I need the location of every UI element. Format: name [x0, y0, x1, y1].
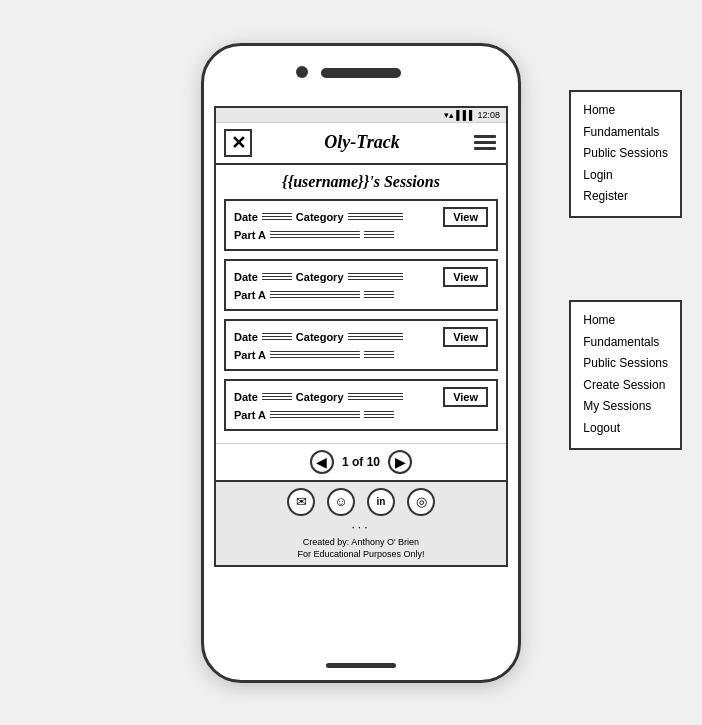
session-row-4-top: Date Category View: [234, 387, 488, 407]
linkedin-icon[interactable]: in: [367, 488, 395, 516]
menu-public-sessions-loggedout[interactable]: Public Sessions: [583, 143, 668, 165]
session-row-1-top: Date Category View: [234, 207, 488, 227]
footer-credit: Created by: Anthony O' Brien For Educati…: [220, 536, 502, 561]
phone-frame: ▾▴ ▌▌▌ 12:08 ✕ Oly-Track {{username}}'s …: [201, 43, 521, 683]
logged-out-menu: Home Fundamentals Public Sessions Login …: [569, 90, 682, 218]
category-label-4: Category: [296, 391, 344, 403]
session-1-part: Part A: [234, 229, 488, 241]
menu-logout[interactable]: Logout: [583, 418, 668, 440]
date-scribble-3: [262, 332, 292, 342]
facebook-icon[interactable]: ☺: [327, 488, 355, 516]
pagination: ◀ 1 of 10 ▶: [216, 443, 506, 480]
phone-camera: [296, 66, 308, 78]
date-label-3: Date: [234, 331, 258, 343]
part-label-3: Part A: [234, 349, 266, 361]
date-scribble-2: [262, 272, 292, 282]
part-label-2: Part A: [234, 289, 266, 301]
session-row-1-bottom: Part A: [234, 229, 488, 241]
instagram-icon[interactable]: ◎: [407, 488, 435, 516]
menu-home-loggedout[interactable]: Home: [583, 100, 668, 122]
session-4-date-category: Date Category: [234, 391, 443, 403]
email-icon[interactable]: ✉: [287, 488, 315, 516]
hamburger-menu-button[interactable]: [472, 133, 498, 152]
current-page: 1: [342, 455, 349, 469]
page-separator: of: [352, 455, 363, 469]
menu-fundamentals-loggedout[interactable]: Fundamentals: [583, 122, 668, 144]
session-1-date-category: Date Category: [234, 211, 443, 223]
part-scribble-3b: [364, 350, 394, 360]
page-title: {{username}}'s Sessions: [216, 165, 506, 195]
part-label-1: Part A: [234, 229, 266, 241]
hamburger-line-3: [474, 147, 496, 150]
date-label-4: Date: [234, 391, 258, 403]
part-label-4: Part A: [234, 409, 266, 421]
part-scribble-1: [270, 230, 360, 240]
hamburger-line-2: [474, 141, 496, 144]
menu-login[interactable]: Login: [583, 165, 668, 187]
session-row-2-bottom: Part A: [234, 289, 488, 301]
part-scribble-2b: [364, 290, 394, 300]
session-row-2-top: Date Category View: [234, 267, 488, 287]
view-button-1[interactable]: View: [443, 207, 488, 227]
view-button-3[interactable]: View: [443, 327, 488, 347]
session-row-3-bottom: Part A: [234, 349, 488, 361]
view-button-2[interactable]: View: [443, 267, 488, 287]
category-scribble-2: [348, 272, 403, 282]
menu-public-sessions-loggedin[interactable]: Public Sessions: [583, 353, 668, 375]
session-row-4-bottom: Part A: [234, 409, 488, 421]
session-2-date-category: Date Category: [234, 271, 443, 283]
session-row-3-top: Date Category View: [234, 327, 488, 347]
part-scribble-4: [270, 410, 360, 420]
part-scribble-4b: [364, 410, 394, 420]
date-label-2: Date: [234, 271, 258, 283]
close-button[interactable]: ✕: [224, 129, 252, 157]
session-3-date-category: Date Category: [234, 331, 443, 343]
view-button-4[interactable]: View: [443, 387, 488, 407]
phone-speaker: [321, 68, 401, 78]
signal-icon: ▌▌▌: [456, 110, 475, 120]
sessions-list: Date Category View Part A: [216, 195, 506, 443]
pagination-info: 1 of 10: [342, 455, 380, 469]
app-header: ✕ Oly-Track: [216, 123, 506, 165]
menu-register[interactable]: Register: [583, 186, 668, 208]
menu-home-loggedin[interactable]: Home: [583, 310, 668, 332]
hamburger-line-1: [474, 135, 496, 138]
footer-line2: For Educational Purposes Only!: [220, 548, 502, 561]
category-label-1: Category: [296, 211, 344, 223]
wifi-icon: ▾▴: [444, 110, 454, 120]
prev-page-button[interactable]: ◀: [310, 450, 334, 474]
total-pages: 10: [367, 455, 380, 469]
session-card-3: Date Category View Part A: [224, 319, 498, 371]
app-footer: ✉ ☺ in ◎ ··· Created by: Anthony O' Brie…: [216, 480, 506, 565]
status-icons: ▾▴ ▌▌▌ 12:08: [444, 110, 500, 120]
session-3-part: Part A: [234, 349, 488, 361]
part-scribble-3: [270, 350, 360, 360]
part-scribble-1b: [364, 230, 394, 240]
category-label-3: Category: [296, 331, 344, 343]
date-scribble-1: [262, 212, 292, 222]
phone-screen: ▾▴ ▌▌▌ 12:08 ✕ Oly-Track {{username}}'s …: [214, 106, 508, 567]
footer-line1: Created by: Anthony O' Brien: [220, 536, 502, 549]
phone-home-button[interactable]: [326, 663, 396, 668]
session-card-2: Date Category View Part A: [224, 259, 498, 311]
footer-dots: ···: [220, 520, 502, 534]
menu-create-session[interactable]: Create Session: [583, 375, 668, 397]
logged-in-menu: Home Fundamentals Public Sessions Create…: [569, 300, 682, 450]
session-card-1: Date Category View Part A: [224, 199, 498, 251]
part-scribble-2: [270, 290, 360, 300]
session-4-part: Part A: [234, 409, 488, 421]
session-2-part: Part A: [234, 289, 488, 301]
category-label-2: Category: [296, 271, 344, 283]
date-label-1: Date: [234, 211, 258, 223]
social-icons-row: ✉ ☺ in ◎: [220, 488, 502, 516]
status-bar: ▾▴ ▌▌▌ 12:08: [216, 108, 506, 123]
category-scribble-4: [348, 392, 403, 402]
session-card-4: Date Category View Part A: [224, 379, 498, 431]
menu-my-sessions[interactable]: My Sessions: [583, 396, 668, 418]
category-scribble-3: [348, 332, 403, 342]
menu-fundamentals-loggedin[interactable]: Fundamentals: [583, 332, 668, 354]
next-page-button[interactable]: ▶: [388, 450, 412, 474]
category-scribble-1: [348, 212, 403, 222]
time-display: 12:08: [477, 110, 500, 120]
app-title: Oly-Track: [324, 132, 399, 153]
